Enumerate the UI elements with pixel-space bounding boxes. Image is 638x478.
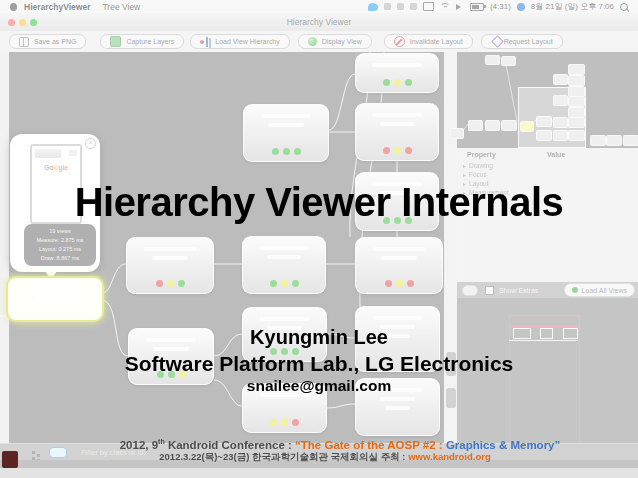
minimap-node[interactable] [590, 135, 606, 146]
node-text-line [268, 123, 303, 127]
performance-dots [244, 148, 328, 155]
slide-title: Hierarchy Viewer Internals [0, 176, 638, 228]
perf-dot [270, 419, 277, 426]
perf-dot [178, 280, 185, 287]
performance-dots [356, 79, 438, 86]
slide-affiliation: Software Platform Lab., LG Electronics [0, 350, 638, 377]
perf-dot [383, 147, 390, 154]
node-text-line [152, 256, 188, 260]
perf-dot [405, 147, 412, 154]
selected-tree-node[interactable] [6, 276, 104, 322]
minimap-node[interactable] [606, 135, 622, 146]
minimap-node[interactable] [553, 95, 568, 106]
node-text-line [372, 63, 421, 67]
perf-dot [281, 419, 288, 426]
minimap-node[interactable] [568, 64, 585, 75]
minimap-selected-node[interactable] [520, 121, 534, 132]
footer-highlight-orange: “The Gate of the AOSP #2 : [295, 439, 446, 451]
tree-overview-minimap[interactable] [457, 52, 638, 149]
footer-kandroid-link: www.kandroid.org [408, 451, 491, 462]
perf-dot [292, 280, 299, 287]
load-all-views-button[interactable]: Load All Views [564, 283, 635, 297]
property-group[interactable]: ▸Drawing [463, 162, 493, 169]
node-text-line [144, 247, 196, 251]
node-text-line [380, 397, 415, 401]
google-logo-letter: e [64, 164, 68, 171]
minimap-node[interactable] [536, 130, 552, 141]
performance-dots [127, 280, 213, 287]
perf-dot [394, 79, 401, 86]
minimap-node[interactable] [468, 120, 483, 131]
footer-highlight-blue: Graphics & Memory” [446, 439, 560, 451]
minimap-node[interactable] [536, 116, 552, 127]
perf-dot [383, 79, 390, 86]
perf-dot [385, 280, 392, 287]
perf-dot [270, 280, 277, 287]
minimap-node[interactable] [553, 117, 568, 128]
perf-dot [156, 280, 163, 287]
minimap-node[interactable] [623, 135, 638, 146]
performance-tooltip: 19 views Measure: 2.875 ms Layout: 0.275… [24, 224, 96, 266]
performance-dots [356, 280, 442, 287]
hierarchyviewer-background: HierarchyViewer Tree View (4:31) 8월 21일 … [0, 0, 638, 478]
minimap-node[interactable] [501, 120, 517, 131]
button-label: Load All Views [582, 287, 627, 294]
perf-dot [283, 148, 290, 155]
minimap-node[interactable] [568, 75, 585, 86]
load-all-views-icon [572, 287, 578, 293]
performance-dots [243, 419, 326, 426]
tree-node[interactable] [355, 53, 439, 93]
node-text-line [261, 114, 311, 118]
minimap-node[interactable] [568, 130, 585, 141]
minimap-node[interactable] [450, 128, 464, 139]
node-text-line [260, 317, 310, 321]
tree-node[interactable] [355, 237, 443, 294]
minimap-node[interactable] [485, 55, 500, 65]
minimap-node[interactable] [553, 74, 568, 85]
tree-node[interactable] [243, 104, 329, 162]
property-column-header: Property [467, 151, 496, 158]
minimap-node[interactable] [568, 117, 585, 128]
zoom-slider[interactable] [462, 285, 478, 296]
perf-dot [272, 148, 279, 155]
node-text-line [373, 247, 425, 251]
perf-dot [407, 280, 414, 287]
node-text-line [380, 122, 414, 126]
slide-footer-venue: 2012.3.22(목)~23(금) 한국과학기술회관 국제회의실 주최 : w… [0, 451, 638, 463]
minimap-node[interactable] [553, 130, 568, 141]
screen-bottom-strip [0, 468, 638, 478]
perf-dot [167, 280, 174, 287]
performance-dots [243, 280, 325, 287]
node-text-line [267, 255, 301, 259]
screen: HierarchyViewer Tree View (4:31) 8월 21일 … [0, 0, 638, 478]
perf-dot [394, 147, 401, 154]
value-column-header: Value [547, 151, 565, 158]
slide-author: Kyungmin Lee [0, 324, 638, 350]
minimap-node[interactable] [501, 56, 516, 66]
node-text-line [373, 316, 423, 320]
show-extras-label: Show Extras [499, 287, 538, 294]
node-text-line [381, 256, 417, 260]
phone-widget [69, 150, 77, 156]
slide-footer-conference: 2012, 9th Kandroid Conference : “The Gat… [0, 435, 638, 452]
minimap-node[interactable] [485, 120, 500, 131]
perf-dot [294, 148, 301, 155]
tree-node[interactable] [242, 236, 326, 294]
perf-dot [405, 79, 412, 86]
perf-dot [396, 280, 403, 287]
close-icon[interactable]: × [85, 138, 96, 149]
node-text-line [385, 406, 410, 410]
perf-dot [292, 419, 299, 426]
node-text-line [259, 246, 308, 250]
stat-layout: Layout: 0.275 ms [24, 245, 96, 254]
tree-node[interactable] [355, 103, 439, 161]
slide-email: snailee@gmail.com [0, 376, 638, 396]
show-extras-checkbox[interactable] [485, 286, 494, 295]
stat-views: 19 views [24, 227, 96, 236]
stat-draw: Draw: 8.867 ms [24, 254, 96, 263]
minimap-node[interactable] [568, 96, 585, 107]
google-logo: Google [32, 164, 80, 171]
extras-row: Show Extras Load All Views [457, 282, 638, 298]
tree-node[interactable] [126, 237, 214, 294]
node-text-line [372, 113, 421, 117]
